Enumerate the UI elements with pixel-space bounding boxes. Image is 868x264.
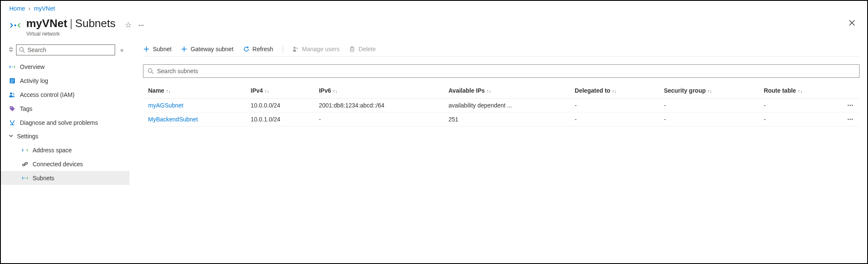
delete-button: Delete — [349, 46, 375, 52]
cell-ipv6: - — [314, 113, 443, 126]
toolbar: Subnet Gateway subnet Refresh Manage use — [143, 43, 860, 57]
activity-log-icon — [8, 77, 16, 84]
svg-point-15 — [293, 47, 295, 49]
add-gateway-subnet-button[interactable]: Gateway subnet — [181, 46, 233, 52]
search-icon — [19, 47, 25, 53]
svg-line-2 — [23, 51, 25, 52]
svg-point-18 — [148, 69, 152, 72]
cell-security: - — [659, 99, 759, 113]
overview-icon — [8, 63, 16, 70]
svg-rect-5 — [11, 80, 14, 80]
svg-point-0 — [14, 25, 16, 26]
main-content: Subnet Gateway subnet Refresh Manage use — [130, 43, 867, 263]
svg-point-14 — [25, 178, 25, 179]
chevron-down-icon — [8, 133, 14, 140]
cell-delegated: - — [570, 113, 659, 126]
cell-ipv4: 10.0.1.0/24 — [245, 113, 314, 126]
row-more-icon[interactable]: ⋯ — [842, 113, 860, 126]
sidebar-item-connected-devices[interactable]: Connected devices — [1, 157, 130, 171]
delete-icon — [349, 46, 355, 52]
table-row[interactable]: myAGSubnet 10.0.0.0/24 2001:db8:1234:abc… — [143, 99, 860, 113]
sidebar-search-input[interactable]: Search — [16, 44, 115, 55]
cell-security: - — [659, 113, 759, 126]
svg-rect-6 — [11, 81, 14, 81]
sidebar: Search « Overview Activity log Access co… — [1, 43, 130, 263]
column-header-name[interactable]: Name↑↓ — [143, 84, 245, 99]
sidebar-item-diagnose[interactable]: Diagnose and solve problems — [1, 116, 130, 129]
subnets-icon — [21, 174, 28, 182]
row-more-icon[interactable]: ⋯ — [842, 99, 860, 113]
column-header-ipv6[interactable]: IPv6↑↓ — [314, 84, 443, 99]
table-row[interactable]: MyBackendSubnet 10.0.1.0/24 - 251 - - - … — [143, 113, 860, 126]
svg-point-10 — [10, 107, 11, 107]
refresh-icon — [243, 46, 250, 52]
toolbar-separator — [283, 45, 283, 53]
column-header-available[interactable]: Available IPs↑↓ — [444, 84, 570, 99]
page-title: myVNet | Subnets — [26, 17, 116, 30]
sidebar-item-tags[interactable]: Tags — [1, 102, 130, 116]
refresh-button[interactable]: Refresh — [243, 46, 273, 52]
favorite-star-icon[interactable]: ☆ — [125, 20, 132, 30]
svg-point-8 — [10, 92, 12, 94]
breadcrumb: Home › myVNet — [1, 1, 867, 14]
breadcrumb-home[interactable]: Home — [9, 5, 25, 12]
svg-point-1 — [19, 47, 23, 51]
svg-rect-17 — [350, 48, 354, 52]
svg-point-16 — [296, 47, 298, 49]
breadcrumb-separator: › — [28, 5, 30, 12]
page-subtitle: Virtual network — [26, 31, 116, 37]
column-header-security[interactable]: Security group↑↓ — [659, 84, 759, 99]
connected-devices-icon — [21, 160, 28, 168]
subnet-name-link[interactable]: myAGSubnet — [148, 102, 183, 109]
tags-icon — [8, 105, 16, 112]
column-header-ipv4[interactable]: IPv4↑↓ — [245, 84, 314, 99]
add-subnet-button[interactable]: Subnet — [143, 46, 171, 52]
cell-ipv4: 10.0.0.0/24 — [245, 99, 314, 113]
sidebar-group-settings[interactable]: Settings — [1, 129, 130, 143]
cell-route: - — [759, 99, 842, 113]
sidebar-item-access-control[interactable]: Access control (IAM) — [1, 88, 130, 102]
svg-line-13 — [25, 164, 25, 165]
vnet-icon — [9, 19, 21, 31]
manage-users-button: Manage users — [292, 46, 340, 52]
svg-line-19 — [152, 72, 153, 74]
plus-icon — [181, 46, 187, 52]
column-header-delegated[interactable]: Delegated to↑↓ — [570, 84, 659, 99]
address-space-icon — [21, 146, 28, 154]
svg-point-9 — [13, 93, 14, 95]
svg-point-3 — [12, 66, 13, 67]
sidebar-item-address-space[interactable]: Address space — [1, 143, 130, 157]
column-header-route[interactable]: Route table↑↓ — [759, 84, 842, 99]
cell-available: availability dependent ... — [444, 99, 570, 113]
search-icon — [148, 68, 154, 74]
page-header: myVNet | Subnets Virtual network ☆ ⋯ — [1, 14, 867, 43]
diagnose-icon — [8, 119, 16, 126]
sidebar-item-subnets[interactable]: Subnets — [1, 171, 130, 185]
access-control-icon — [8, 91, 16, 98]
cell-available: 251 — [444, 113, 570, 126]
cell-delegated: - — [570, 99, 659, 113]
collapse-sidebar-icon[interactable]: « — [118, 47, 126, 53]
close-icon[interactable] — [845, 18, 859, 30]
sidebar-item-activity-log[interactable]: Activity log — [1, 74, 130, 88]
breadcrumb-current[interactable]: myVNet — [34, 5, 55, 12]
svg-rect-7 — [11, 82, 13, 82]
sidebar-item-overview[interactable]: Overview — [1, 60, 130, 74]
subnet-name-link[interactable]: MyBackendSubnet — [148, 116, 198, 123]
cell-ipv6: 2001:db8:1234:abcd::/64 — [314, 99, 443, 113]
search-subnets-input[interactable]: Search subnets — [143, 64, 860, 78]
more-actions-icon[interactable]: ⋯ — [138, 22, 145, 28]
sort-toggle-icon[interactable] — [8, 47, 14, 54]
users-icon — [292, 46, 299, 52]
plus-icon — [143, 46, 150, 52]
cell-route: - — [759, 113, 842, 126]
subnets-table: Name↑↓ IPv4↑↓ IPv6↑↓ Available IPs↑↓ Del… — [143, 84, 860, 126]
